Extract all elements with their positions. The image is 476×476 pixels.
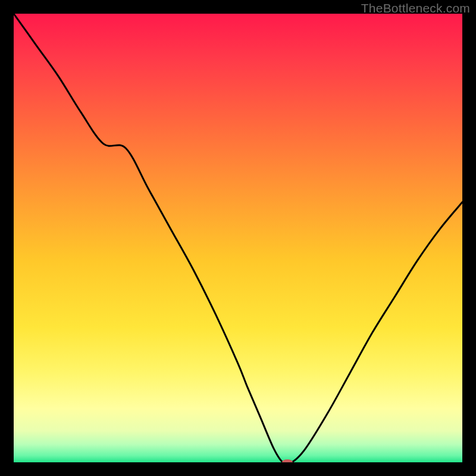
plot-area — [14, 14, 462, 462]
gradient-background — [14, 14, 462, 462]
chart-frame: TheBottleneck.com — [0, 0, 476, 476]
bottleneck-chart — [14, 14, 462, 462]
